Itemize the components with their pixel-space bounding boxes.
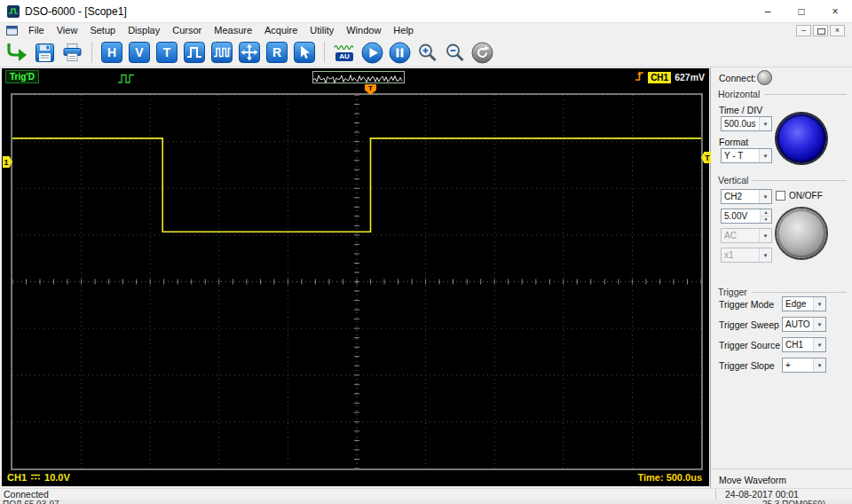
trigger-menu-button[interactable]: T <box>154 40 179 65</box>
trigger-menu-button-glyph: T <box>156 42 178 63</box>
pause-button[interactable] <box>387 40 412 65</box>
chevron-down-icon: ▾ <box>759 190 771 203</box>
maximize-button[interactable]: □ <box>785 0 818 22</box>
cursor-button[interactable] <box>292 40 317 65</box>
print-button[interactable] <box>59 40 84 65</box>
time-div-select[interactable]: 500.0us ▾ <box>721 116 772 131</box>
coupling-value: AC <box>724 231 737 240</box>
single-pulse-button[interactable] <box>182 40 207 65</box>
status-bar: Connected 24-08-2017 00:01 <box>0 488 852 500</box>
app-window: DSO-6000 - [Scope1] – □ × FileViewSetupD… <box>0 0 852 504</box>
menu-acquire[interactable]: Acquire <box>258 23 304 38</box>
expand-button[interactable] <box>237 40 262 65</box>
chevron-down-icon: ▾ <box>813 358 825 372</box>
pulse-train-icon <box>211 42 233 63</box>
trigger-slope-select[interactable]: +▾ <box>782 358 826 373</box>
pulse-waveform-icon <box>117 72 137 88</box>
menu-cursor[interactable]: Cursor <box>166 23 208 38</box>
pulse-train-button[interactable] <box>209 40 234 65</box>
menu-help[interactable]: Help <box>387 23 420 38</box>
volts-div-value: 5.00V <box>724 211 747 221</box>
scope-top-bar: Trig'D CH1 627mV <box>2 68 709 88</box>
chevron-down-icon: ▾ <box>813 318 825 331</box>
open-button[interactable] <box>4 40 29 65</box>
channel-onoff-checkbox[interactable]: ON/OFF <box>776 191 823 201</box>
refresh-icon <box>471 42 493 64</box>
run-button[interactable] <box>359 40 384 65</box>
channel-label: CH1 <box>7 472 27 483</box>
record-button[interactable]: R <box>264 40 289 65</box>
chevron-down-icon: ▾ <box>813 338 825 351</box>
menu-view[interactable]: View <box>51 23 84 38</box>
document-icon[interactable] <box>6 26 18 35</box>
move-waveform-label: Move Waveform <box>719 475 786 485</box>
zoom-out-icon <box>444 42 466 64</box>
menu-measure[interactable]: Measure <box>208 23 258 38</box>
probe-select[interactable]: x1 ▾ <box>721 248 772 263</box>
chevron-down-icon: ▾ <box>759 117 771 130</box>
zoom-in-button[interactable] <box>414 40 439 65</box>
trigger-sweep-select[interactable]: AUTO▾ <box>782 317 826 332</box>
onoff-label: ON/OFF <box>789 191 823 201</box>
panel-footer: Move Waveform <box>711 469 852 485</box>
format-value: Y - T <box>724 151 743 161</box>
timebase-readout: Time: 500.0us <box>637 472 702 483</box>
trigger-sweep-select-value: AUTO <box>785 319 810 329</box>
app-icon <box>7 5 20 18</box>
trigger-source-select-value: CH1 <box>785 340 803 350</box>
trigger-status-badge: Trig'D <box>5 70 39 83</box>
vertical-menu-button[interactable]: V <box>127 40 152 65</box>
horizontal-section-header: Horizontal <box>718 89 847 99</box>
trigger-mode-select[interactable]: Edge▾ <box>782 296 826 311</box>
close-button[interactable]: × <box>818 0 852 22</box>
mdi-close-button[interactable]: × <box>830 25 845 36</box>
autoset-wave-icon: AU <box>334 43 355 61</box>
mdi-window-controls: – × <box>796 25 845 36</box>
time-div-label: Time / DIV <box>719 105 762 115</box>
trigger-source-label: Trigger Source <box>719 340 780 350</box>
spinner-arrows-icon[interactable]: ▲▼ <box>760 209 771 223</box>
channel-readout: CH1 10.0V <box>7 472 70 483</box>
zoom-out-button[interactable] <box>442 40 467 65</box>
menu-file[interactable]: File <box>22 23 51 38</box>
trigger-mode-select-value: Edge <box>785 299 806 309</box>
autoset-button[interactable]: AU <box>332 40 357 65</box>
vertical-channel-select[interactable]: CH2 ▾ <box>721 189 772 204</box>
horizontal-menu-button[interactable]: H <box>99 40 124 65</box>
clipped-text-left: ПОЛ 65 93-97 <box>3 500 59 504</box>
probe-value: x1 <box>724 250 734 260</box>
menu-items: FileViewSetupDisplayCursorMeasureAcquire… <box>22 23 420 38</box>
toolbar: HVTRAU <box>0 38 852 67</box>
clipped-background-row: ПОЛ 65 93-97 25.3 ПОМ9569) <box>0 500 852 504</box>
format-select[interactable]: Y - T ▾ <box>721 148 772 163</box>
graticule <box>11 93 703 470</box>
vertical-menu-button-glyph: V <box>129 42 150 63</box>
scope-display: Trig'D CH1 627mV 1 T T CH1 <box>2 68 709 486</box>
control-panel: Connect: Horizontal Time / DIV 500.0us ▾… <box>710 67 852 488</box>
volts-per-div-readout: 10.0V <box>44 472 70 483</box>
checkbox-box[interactable] <box>776 191 785 201</box>
volts-div-stepper[interactable]: 5.00V ▲▼ <box>721 209 772 224</box>
vertical-knob[interactable] <box>777 209 826 258</box>
trigger-source-select[interactable]: CH1▾ <box>782 337 826 352</box>
minimize-button[interactable]: – <box>751 0 785 22</box>
chevron-down-icon: ▾ <box>759 149 771 162</box>
time-div-value: 500.0us <box>724 119 756 129</box>
trigger-mode-label: Trigger Mode <box>719 299 774 310</box>
refresh-button[interactable] <box>469 40 494 65</box>
menu-display[interactable]: Display <box>122 23 166 38</box>
mdi-minimize-button[interactable]: – <box>796 25 811 36</box>
horizontal-knob[interactable] <box>777 114 826 163</box>
title-bar: DSO-6000 - [Scope1] – □ × <box>0 0 852 23</box>
pause-icon <box>389 42 411 64</box>
coupling-select[interactable]: AC ▾ <box>721 228 772 243</box>
menu-window[interactable]: Window <box>340 23 387 38</box>
save-button[interactable] <box>32 40 57 65</box>
trigger-info: CH1 627mV <box>635 70 705 84</box>
mdi-restore-button[interactable] <box>813 25 828 36</box>
waveform-preview[interactable] <box>312 71 405 83</box>
menu-utility[interactable]: Utility <box>304 23 340 38</box>
menu-setup[interactable]: Setup <box>83 23 122 38</box>
connect-indicator[interactable] <box>757 70 772 85</box>
window-controls: – □ × <box>751 0 852 22</box>
